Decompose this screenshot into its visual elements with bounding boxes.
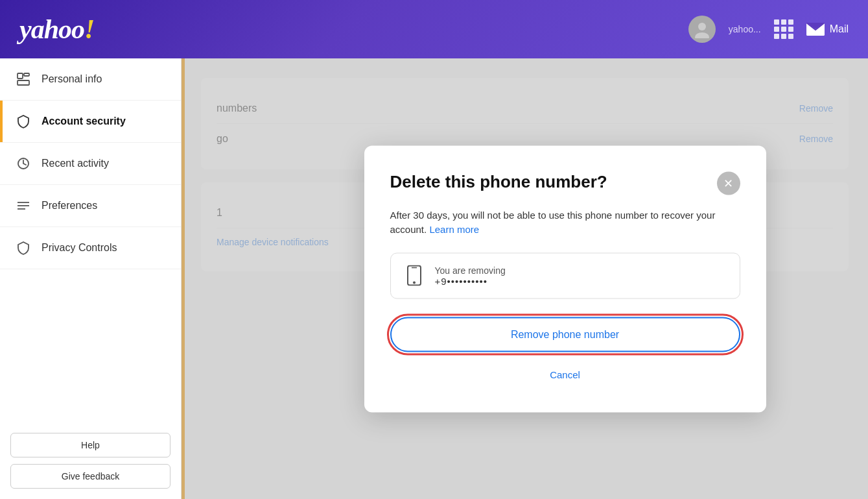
feedback-button[interactable]: Give feedback (10, 464, 170, 489)
modal-description: After 30 days, you will not be able to u… (390, 208, 740, 237)
svg-rect-3 (18, 73, 23, 79)
header: yahoo! yahoo... Mail (0, 0, 868, 58)
phone-removing-label: You are removing (435, 265, 506, 275)
sidebar-item-recent-activity[interactable]: Recent activity (0, 143, 181, 185)
clock-icon (16, 156, 31, 171)
svg-point-1 (695, 32, 709, 38)
svg-point-12 (413, 282, 416, 284)
sidebar-item-label-activity: Recent activity (41, 158, 109, 169)
sidebar-item-privacy-controls[interactable]: Privacy Controls (0, 227, 181, 269)
sidebar-item-label-privacy: Privacy Controls (41, 242, 117, 254)
sidebar-footer: Help Give feedback (0, 422, 181, 499)
avatar[interactable] (688, 16, 716, 43)
main-content-area: numbers Remove go Remove 1 Manage device… (182, 58, 868, 499)
svg-rect-4 (24, 73, 29, 76)
sidebar-item-account-security[interactable]: Account security (0, 101, 181, 143)
phone-icon (404, 265, 425, 286)
privacy-icon (16, 240, 31, 256)
yahoo-logo: yahoo! (19, 14, 94, 45)
modal-header: Delete this phone number? ✕ (390, 171, 740, 195)
mail-link[interactable]: Mail (806, 23, 849, 36)
list-icon (16, 198, 31, 213)
sidebar-item-label-personal: Personal info (41, 73, 102, 85)
help-button[interactable]: Help (10, 433, 170, 457)
sidebar-item-preferences[interactable]: Preferences (0, 185, 181, 227)
close-button[interactable]: ✕ (717, 171, 740, 195)
cancel-button[interactable]: Cancel (390, 362, 740, 386)
apps-grid[interactable] (774, 19, 793, 39)
sidebar-item-label-preferences: Preferences (41, 200, 97, 212)
mail-icon (806, 23, 825, 36)
sidebar-item-label-security: Account security (41, 116, 126, 127)
sidebar-nav: Personal info Account security Recent (0, 58, 181, 422)
phone-number-display: +9•••••••••• (435, 275, 506, 286)
shield-icon (16, 114, 31, 129)
svg-rect-5 (18, 80, 29, 85)
svg-point-0 (698, 23, 706, 30)
sidebar: Personal info Account security Recent (0, 58, 182, 499)
username-label[interactable]: yahoo... (729, 24, 761, 34)
remove-phone-button[interactable]: Remove phone number (390, 317, 740, 352)
modal-title: Delete this phone number? (390, 171, 607, 191)
phone-info: You are removing +9•••••••••• (435, 265, 506, 286)
learn-more-link[interactable]: Learn more (429, 224, 479, 235)
header-right: yahoo... Mail (688, 16, 849, 43)
layout: Personal info Account security Recent (0, 58, 868, 499)
sidebar-item-personal-info[interactable]: Personal info (0, 58, 181, 101)
mail-label: Mail (830, 23, 849, 35)
person-icon (16, 71, 31, 87)
phone-number-box: You are removing +9•••••••••• (390, 252, 740, 298)
delete-phone-modal: Delete this phone number? ✕ After 30 day… (364, 145, 766, 412)
